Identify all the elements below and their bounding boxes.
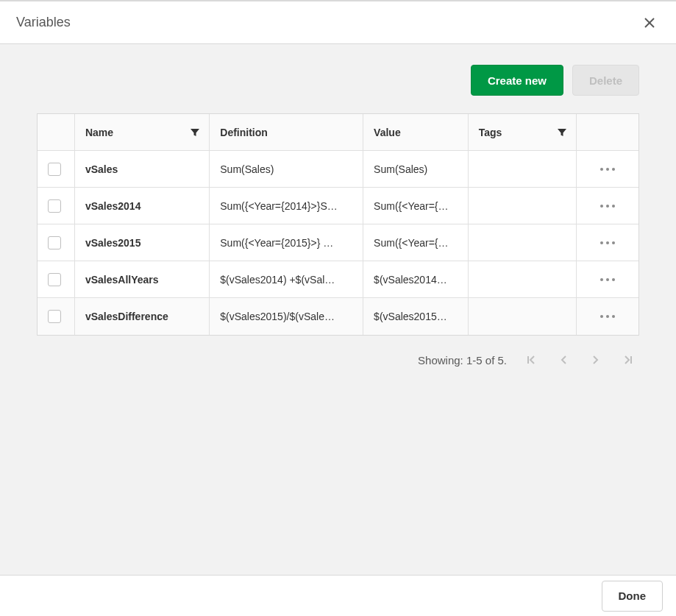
close-button[interactable] [639,13,660,33]
column-header-actions [577,114,638,151]
row-select-cell[interactable] [38,261,75,298]
svg-point-10 [612,241,615,244]
more-icon [599,241,616,245]
cell-name: vSales2015 [75,224,210,261]
pager-status: Showing: 1-5 of 5. [418,354,507,367]
cell-tags [469,298,577,335]
cell-tags [469,188,577,224]
svg-point-12 [606,278,609,281]
row-select-cell[interactable] [38,151,75,188]
row-checkbox[interactable] [48,163,61,176]
column-header-name[interactable]: Name [75,114,210,151]
more-icon [599,314,616,319]
svg-point-16 [612,315,615,318]
row-actions-button[interactable] [587,224,628,261]
cell-actions [577,151,638,188]
done-button[interactable]: Done [602,581,663,612]
table-row[interactable]: vSalesAllYears$(vSales2014) +$(vSal…$(vS… [38,261,638,298]
cell-definition: $(vSales2015)/$(vSale… [210,298,363,335]
row-checkbox[interactable] [48,199,61,213]
row-actions-button[interactable] [587,188,628,224]
cell-actions [577,224,638,261]
table-row[interactable]: vSales2015Sum({<Year={2015}>} …Sum({<Yea… [38,224,638,261]
pager-first-button[interactable] [523,352,539,368]
row-select-cell[interactable] [38,188,75,224]
column-label: Tags [479,127,502,138]
dialog-footer: Done [0,575,676,616]
more-icon [599,167,616,171]
row-checkbox[interactable] [48,310,61,323]
dialog-body: Create new Delete Name Definition Value [0,44,676,575]
create-new-button[interactable]: Create new [471,65,563,96]
svg-point-3 [606,168,609,171]
filter-icon[interactable] [557,127,567,138]
cell-actions [577,188,638,224]
cell-tags [469,261,577,298]
svg-point-4 [612,168,615,171]
cell-value: $(vSales2015… [363,298,469,335]
cell-value: Sum({<Year={… [363,188,469,224]
more-icon [599,204,616,208]
row-checkbox[interactable] [48,273,61,286]
svg-point-8 [600,241,603,244]
pager-last-button[interactable] [620,352,636,368]
chevron-left-icon [558,354,569,366]
svg-point-14 [600,315,603,318]
table-row[interactable]: vSalesSum(Sales)Sum(Sales) [38,151,638,188]
cell-definition: Sum({<Year={2015}>} … [210,224,363,261]
row-actions-button[interactable] [587,151,628,187]
cell-tags [469,224,577,261]
cell-name: vSales [75,151,210,188]
chevron-first-icon [525,354,537,366]
cell-name: vSales2014 [75,188,210,224]
row-checkbox[interactable] [48,236,61,249]
column-header-tags[interactable]: Tags [469,114,577,151]
cell-actions [577,261,638,298]
row-actions-button[interactable] [587,261,628,297]
cell-value: $(vSales2014… [363,261,469,298]
cell-tags [469,151,577,188]
svg-point-13 [612,278,615,281]
table-row[interactable]: vSales2014Sum({<Year={2014}>}S…Sum({<Yea… [38,188,638,224]
svg-point-2 [600,168,603,171]
svg-point-15 [606,315,609,318]
cell-name: vSalesDifference [75,298,210,335]
svg-point-5 [600,205,603,208]
table-row[interactable]: vSalesDifference$(vSales2015)/$(vSale…$(… [38,298,638,335]
cell-actions [577,298,638,335]
variables-table: Name Definition Value Tags [37,113,639,336]
svg-point-7 [612,205,615,208]
row-select-cell[interactable] [38,298,75,335]
toolbar: Create new Delete [37,65,639,96]
dialog-title: Variables [16,15,639,30]
column-header-select [38,114,75,151]
cell-definition: Sum(Sales) [210,151,363,188]
row-actions-button[interactable] [587,298,628,335]
cell-value: Sum({<Year={… [363,224,469,261]
filter-icon[interactable] [190,127,200,138]
column-header-value[interactable]: Value [363,114,469,151]
chevron-last-icon [622,354,634,366]
pager-next-button[interactable] [588,352,604,368]
column-header-definition[interactable]: Definition [210,114,363,151]
row-select-cell[interactable] [38,224,75,261]
chevron-right-icon [590,354,602,366]
table-header-row: Name Definition Value Tags [38,114,638,151]
column-label: Value [374,127,401,138]
cell-definition: $(vSales2014) +$(vSal… [210,261,363,298]
svg-point-9 [606,241,609,244]
svg-point-6 [606,205,609,208]
cell-name: vSalesAllYears [75,261,210,298]
dialog-header: Variables [0,1,676,44]
delete-button: Delete [572,65,639,96]
close-icon [643,16,656,29]
cell-value: Sum(Sales) [363,151,469,188]
column-label: Definition [220,127,268,138]
more-icon [599,277,616,282]
svg-point-11 [600,278,603,281]
column-label: Name [85,127,113,138]
pager: Showing: 1-5 of 5. [37,352,639,368]
cell-definition: Sum({<Year={2014}>}S… [210,188,363,224]
pager-prev-button[interactable] [555,352,572,368]
